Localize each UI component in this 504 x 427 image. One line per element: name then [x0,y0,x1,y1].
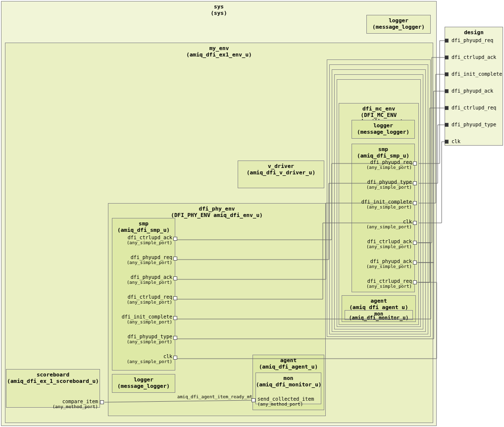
phy-smp-port-dfi_phyupd_req: dfi_phyupd_req(any_simple_port) [113,255,172,265]
scoreboard-port-label: compare_item [30,399,98,404]
phy-smp-port-handle-dfi_init_complete [173,316,177,320]
sys-logger-title: logger [367,15,430,24]
mc-agent-mon-type: (amiq_dfi_monitor_u) [345,315,413,320]
phy-agent-mon-port-label: send_collected_item [257,396,317,402]
design-port-label-dfi_phyupd_req: dfi_phyupd_req [452,38,493,43]
phy-smp-port-handle-dfi_ctrlupd_ack [173,237,177,241]
v-driver-box: v_driver (amiq_dfi_v_driver_u) [238,160,324,188]
scoreboard-title: scoreboard [6,370,100,378]
mc-smp-port-clk: clk(any_simple_port) [353,219,412,229]
mc-smp-port-dfi_init_complete: dfi_init_complete(any_simple_port) [353,199,412,210]
scoreboard-port-handle [100,400,104,404]
phy-wire-label: amiq_dfi_agent_item_ready_mt [177,394,252,399]
design-port-label-dfi_phyupd_type: dfi_phyupd_type [452,122,496,127]
phy-smp-port-dfi_init_complete: dfi_init_complete(any_simple_port) [113,314,172,324]
mc-agent-title: agent [342,296,415,304]
design-port-label-clk: clk [452,139,460,144]
design-port-handle-dfi_phyupd_type [445,123,449,127]
design-port-handle-dfi_init_complete [445,72,449,76]
mc-logger-title: logger [352,120,414,129]
scoreboard-port-type: (any_method_port) [30,404,98,409]
design-port-handle-dfi_phyupd_ack [445,89,449,93]
design-port-label-dfi_ctrlupd_req: dfi_ctrlupd_req [452,105,496,110]
mc-logger-type: (message_logger) [352,129,414,135]
dfi-mc-env-title: dfi_mc_env [339,104,418,112]
mc-smp-port-handle-dfi_phyupd_ack [413,261,417,265]
design-box: design [445,27,503,146]
design-port-label-dfi_ctrlupd_ack: dfi_ctrlupd_ack [452,54,496,60]
v-driver-type: (amiq_dfi_v_driver_u) [238,169,324,176]
mc-smp-port-dfi_phyupd_req: dfi_phyupd_req(any_simple_port) [353,160,412,170]
phy-smp-port-handle-dfi_ctrlupd_req [173,296,177,300]
phy-smp-port-dfi_phyupd_type: dfi_phyupd_type(any_simple_port) [113,334,172,344]
phy-smp-type: (amiq_dfi_smp_u) [112,227,175,233]
mc-smp-port-dfi_phyupd_type: dfi_phyupd_type(any_simple_port) [353,179,412,190]
scoreboard-type: (amiq_dfi_ex_1_scoreboard_u) [6,378,100,384]
phy-agent-type: (amiq_dfi_agent_u) [253,364,324,370]
mc-smp-type: (amiq_dfi_smp_u) [352,153,414,159]
dfi-phy-env-title: dfi_phy_env [108,204,325,212]
phy-smp-port-clk: clk(any_simple_port) [113,354,172,364]
phy-smp-port-dfi_phyupd_ack: dfi_phyupd_ack(any_simple_port) [113,274,172,285]
phy-smp-port-handle-clk [173,356,177,360]
v-driver-title: v_driver [238,161,324,169]
design-title: design [445,27,503,36]
design-port-handle-dfi_ctrlupd_ack [445,55,449,59]
design-port-handle-dfi_ctrlupd_req [445,106,449,110]
phy-smp-port-dfi_ctrlupd_ack: dfi_ctrlupd_ack(any_simple_port) [113,235,172,245]
sys-logger-box: logger (message_logger) [366,15,431,34]
phy-smp-port-handle-dfi_phyupd_type [173,336,177,340]
mc-smp-port-handle-dfi_init_complete [413,201,417,205]
phy-agent-mon-port-type: (any_method_port) [257,402,317,407]
design-port-handle-dfi_phyupd_req [445,39,449,43]
mc-smp-port-handle-dfi_ctrlupd_req [413,280,417,284]
mc-smp-port-dfi_ctrlupd_req: dfi_ctrlupd_req(any_simple_port) [353,278,412,289]
phy-logger-type: (message_logger) [112,383,175,389]
mc-logger-box: logger (message_logger) [352,120,415,139]
mc-smp-port-handle-dfi_ctrlupd_ack [413,241,417,245]
phy-agent-mon-title: mon [256,373,321,381]
mc-smp-port-dfi_ctrlupd_ack: dfi_ctrlupd_ack(any_simple_port) [353,239,412,249]
phy-logger-box: logger (message_logger) [112,374,175,393]
phy-smp-port-handle-dfi_phyupd_ack [173,276,177,280]
sys-title: sys [1,1,436,10]
scoreboard-port: compare_item (any_method_port) [30,399,98,409]
phy-agent-title: agent [253,355,324,364]
mc-smp-port-handle-dfi_phyupd_req [413,161,417,165]
phy-smp-port-dfi_ctrlupd_req: dfi_ctrlupd_req(any_simple_port) [113,294,172,305]
design-port-label-dfi_phyupd_ack: dfi_phyupd_ack [452,88,493,94]
mc-smp-port-handle-clk [413,221,417,225]
phy-agent-mon-type: (amiq_dfi_monitor_u) [256,381,321,388]
design-port-label-dfi_init_complete: dfi_init_complete [452,71,502,77]
mc-smp-title: smp [352,144,414,153]
phy-smp-port-handle-dfi_phyupd_req [173,257,177,261]
mc-smp-port-handle-dfi_phyupd_type [413,181,417,185]
design-port-handle-clk [445,140,449,144]
sys-logger-type: (message_logger) [367,24,430,30]
my-env-type: (amiq_dfi_ex1_env_u) [5,52,433,58]
my-env-title: my_env [5,43,433,52]
mc-smp-port-dfi_phyupd_ack: dfi_phyupd_ack(any_simple_port) [353,259,412,269]
phy-smp-title: smp [112,218,175,227]
phy-logger-title: logger [112,374,175,383]
phy-agent-mon-port: send_collected_item (any_method_port) [257,396,317,407]
